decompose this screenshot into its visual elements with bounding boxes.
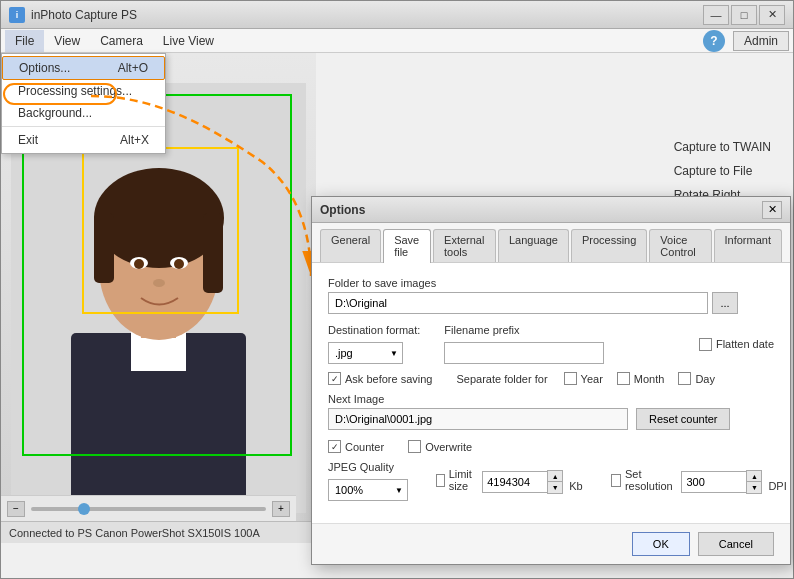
- cancel-button[interactable]: Cancel: [698, 532, 774, 556]
- counter-group[interactable]: Counter: [328, 440, 384, 453]
- resolution-spinner: ▲ ▼: [681, 470, 762, 494]
- flatten-date-label: Flatten date: [716, 338, 774, 350]
- dialog-body: Folder to save images ... Destination fo…: [312, 263, 790, 523]
- folder-label: Folder to save images: [328, 277, 774, 289]
- dest-format-group: Destination format: .jpg ▼: [328, 324, 420, 364]
- year-label: Year: [581, 373, 603, 385]
- folder-row: Folder to save images ...: [328, 277, 774, 314]
- jpeg-quality-arrow: ▼: [395, 486, 403, 495]
- counter-row: Counter Overwrite: [328, 440, 774, 453]
- reset-counter-button[interactable]: Reset counter: [636, 408, 730, 430]
- day-label: Day: [695, 373, 715, 385]
- limit-size-up[interactable]: ▲: [548, 471, 562, 482]
- limit-size-down[interactable]: ▼: [548, 482, 562, 493]
- limit-size-checkbox[interactable]: [436, 474, 445, 487]
- quality-row: JPEG Quality 100% ▼ Limit size: [328, 461, 774, 501]
- next-image-label: Next Image: [328, 393, 774, 405]
- tab-savefile[interactable]: Save file: [383, 229, 431, 263]
- limit-size-label-group[interactable]: Limit size: [436, 468, 476, 492]
- limit-size-input[interactable]: [482, 471, 547, 493]
- jpeg-quality-value: 100%: [335, 484, 363, 496]
- saving-options-row: Ask before saving Separate folder for Ye…: [328, 372, 774, 385]
- resolution-unit: DPI: [768, 480, 786, 492]
- limit-size-spinner: ▲ ▼: [482, 470, 563, 494]
- month-group[interactable]: Month: [617, 372, 665, 385]
- dialog-overlay: Options ✕ General Save file External too…: [1, 1, 793, 578]
- month-checkbox[interactable]: [617, 372, 630, 385]
- limit-size-label: Limit size: [449, 468, 477, 492]
- tab-informant[interactable]: Informant: [714, 229, 782, 262]
- filename-prefix-group: Filename prefix: [444, 324, 683, 364]
- next-image-row: Next Image Reset counter: [328, 393, 774, 430]
- dialog-close-button[interactable]: ✕: [762, 201, 782, 219]
- month-label: Month: [634, 373, 665, 385]
- spinner-buttons: ▲ ▼: [547, 470, 563, 494]
- dialog-title: Options: [320, 203, 762, 217]
- overwrite-checkbox[interactable]: [408, 440, 421, 453]
- overwrite-label: Overwrite: [425, 441, 472, 453]
- format-row: Destination format: .jpg ▼ Filename pref…: [328, 324, 774, 364]
- tab-voice[interactable]: Voice Control: [649, 229, 711, 262]
- resolution-spinner-buttons: ▲ ▼: [746, 470, 762, 494]
- separate-folder-label: Separate folder for: [456, 373, 547, 385]
- resolution-group: Set resolution ▲ ▼ DPI: [611, 468, 787, 494]
- folder-input[interactable]: [328, 292, 708, 314]
- browse-button[interactable]: ...: [712, 292, 738, 314]
- dest-format-label: Destination format:: [328, 324, 420, 336]
- flatten-date-checkbox[interactable]: [699, 338, 712, 351]
- overwrite-group[interactable]: Overwrite: [408, 440, 472, 453]
- resolution-down[interactable]: ▼: [747, 482, 761, 493]
- dest-format-select[interactable]: .jpg ▼: [328, 342, 403, 364]
- set-resolution-checkbox[interactable]: [611, 474, 621, 487]
- jpeg-quality-group: JPEG Quality 100% ▼: [328, 461, 408, 501]
- limit-size-group: Limit size ▲ ▼ Kb: [436, 468, 583, 494]
- ok-button[interactable]: OK: [632, 532, 690, 556]
- dest-format-value: .jpg: [335, 347, 353, 359]
- day-checkbox[interactable]: [678, 372, 691, 385]
- jpeg-quality-label: JPEG Quality: [328, 461, 408, 473]
- dest-format-arrow: ▼: [390, 349, 398, 358]
- counter-checkbox[interactable]: [328, 440, 341, 453]
- ask-saving-group[interactable]: Ask before saving: [328, 372, 432, 385]
- ask-saving-checkbox[interactable]: [328, 372, 341, 385]
- resolution-up[interactable]: ▲: [747, 471, 761, 482]
- jpeg-quality-select[interactable]: 100% ▼: [328, 479, 408, 501]
- year-group[interactable]: Year: [564, 372, 603, 385]
- main-window: i inPhoto Capture PS — □ ✕ File View Cam…: [0, 0, 794, 579]
- filename-prefix-label: Filename prefix: [444, 324, 683, 336]
- ask-saving-label: Ask before saving: [345, 373, 432, 385]
- counter-label: Counter: [345, 441, 384, 453]
- dialog-footer: OK Cancel: [312, 523, 790, 564]
- options-dialog: Options ✕ General Save file External too…: [311, 196, 791, 565]
- dialog-title-bar: Options ✕: [312, 197, 790, 223]
- resolution-input[interactable]: [681, 471, 746, 493]
- set-resolution-label: Set resolution: [625, 468, 675, 492]
- flatten-date-group: Flatten date: [699, 338, 774, 351]
- tab-processing[interactable]: Processing: [571, 229, 647, 262]
- tabs-bar: General Save file External tools Languag…: [312, 223, 790, 263]
- day-group[interactable]: Day: [678, 372, 715, 385]
- tab-general[interactable]: General: [320, 229, 381, 262]
- set-resolution-label-group[interactable]: Set resolution: [611, 468, 676, 492]
- year-checkbox[interactable]: [564, 372, 577, 385]
- next-image-input: [328, 408, 628, 430]
- tab-external[interactable]: External tools: [433, 229, 496, 262]
- filename-prefix-input[interactable]: [444, 342, 604, 364]
- limit-size-unit: Kb: [569, 480, 582, 492]
- tab-language[interactable]: Language: [498, 229, 569, 262]
